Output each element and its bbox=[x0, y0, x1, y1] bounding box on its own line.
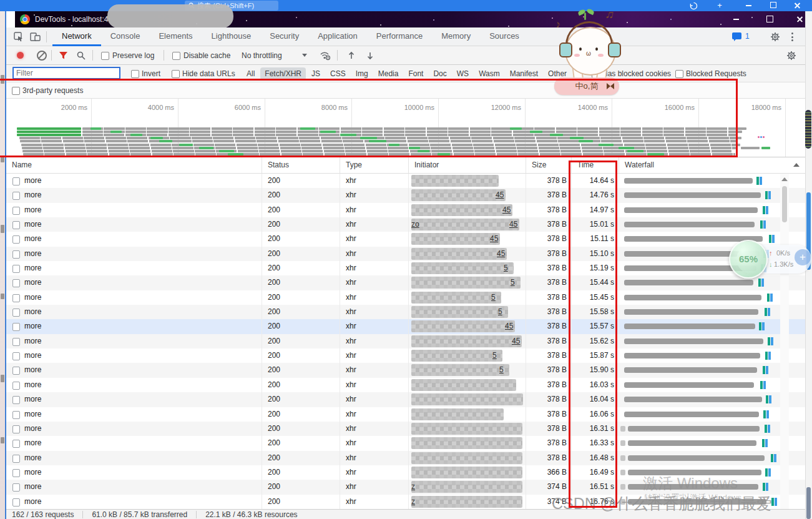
request-initiator-cell[interactable]: 5 bbox=[408, 275, 526, 290]
plus-button[interactable]: + bbox=[795, 249, 811, 265]
waterfall-cell[interactable] bbox=[619, 451, 806, 465]
filter-type-media[interactable]: Media bbox=[374, 67, 403, 80]
initiator-link-fragment[interactable]: 5 bbox=[491, 290, 496, 305]
record-button[interactable] bbox=[17, 52, 24, 59]
filter-type-js[interactable]: JS bbox=[307, 67, 325, 80]
filter-type-css[interactable]: CSS bbox=[326, 67, 350, 80]
waterfall-cell[interactable] bbox=[619, 217, 806, 232]
scroll-up-arrow[interactable] bbox=[781, 177, 788, 181]
request-initiator-cell[interactable] bbox=[408, 436, 526, 450]
table-row[interactable]: more200xhr378 B16.03 s bbox=[6, 378, 806, 392]
request-name-cell[interactable]: more bbox=[6, 451, 262, 465]
chevron-down-icon[interactable] bbox=[302, 54, 307, 57]
waterfall-cell[interactable] bbox=[619, 363, 806, 377]
waterfall-cell[interactable] bbox=[619, 422, 806, 436]
request-name-cell[interactable]: more bbox=[6, 290, 262, 305]
request-initiator-cell[interactable] bbox=[408, 407, 526, 422]
table-row[interactable]: more200xhr45378 B15.10 s bbox=[6, 247, 806, 261]
column-header-type[interactable]: Type bbox=[340, 157, 408, 173]
clear-button[interactable] bbox=[37, 51, 47, 61]
browser-maximize-button[interactable] bbox=[766, 0, 780, 11]
table-row[interactable]: more200xhr378 B16.31 s bbox=[6, 422, 806, 436]
initiator-link-fragment[interactable]: 5 bbox=[511, 275, 515, 290]
inspect-element-icon[interactable] bbox=[14, 32, 24, 42]
request-initiator-cell[interactable]: 45 bbox=[408, 188, 526, 202]
hide-data-urls-checkbox[interactable] bbox=[172, 70, 180, 78]
column-header-time[interactable]: Time bbox=[571, 157, 619, 173]
filter-type-ws[interactable]: WS bbox=[452, 67, 473, 80]
waterfall-cell[interactable] bbox=[619, 407, 806, 422]
table-row[interactable]: more200xhr378 B14.64 s bbox=[6, 174, 806, 188]
request-initiator-cell[interactable] bbox=[408, 465, 526, 480]
scrollbar-minimap-widget[interactable] bbox=[805, 110, 811, 149]
browser-close-button[interactable] bbox=[790, 0, 804, 11]
speed-monitor-widget[interactable]: 65% ↑ 0K/s ↓ 1.3K/s + bbox=[724, 239, 812, 279]
waterfall-cell[interactable] bbox=[619, 378, 806, 392]
preserve-log-checkbox[interactable] bbox=[101, 52, 109, 60]
filter-type-other[interactable]: Other bbox=[544, 67, 571, 80]
waterfall-cell[interactable] bbox=[619, 348, 806, 363]
request-initiator-cell[interactable] bbox=[408, 392, 526, 407]
export-har-icon[interactable] bbox=[366, 51, 374, 61]
filter-input[interactable] bbox=[12, 67, 120, 79]
request-name-cell[interactable]: more bbox=[6, 174, 262, 188]
waterfall-cell[interactable] bbox=[619, 392, 806, 407]
initiator-link-fragment[interactable]: 45 bbox=[509, 217, 517, 232]
request-initiator-cell[interactable]: 5 bbox=[408, 261, 526, 275]
request-initiator-cell[interactable]: 5 bbox=[408, 363, 526, 377]
kebab-menu-icon[interactable] bbox=[791, 32, 794, 41]
column-header-name[interactable]: Name bbox=[6, 157, 262, 173]
waterfall-cell[interactable] bbox=[619, 188, 806, 202]
import-har-icon[interactable] bbox=[347, 51, 356, 61]
request-name-cell[interactable]: more bbox=[6, 203, 262, 217]
waterfall-cell[interactable] bbox=[619, 174, 806, 188]
request-initiator-cell[interactable]: 45 bbox=[408, 319, 526, 334]
request-initiator-cell[interactable] bbox=[408, 378, 526, 392]
waterfall-cell[interactable] bbox=[619, 334, 806, 348]
new-tab-icon[interactable]: + bbox=[713, 0, 726, 11]
table-row[interactable]: more200xhr378 B16.04 s bbox=[6, 392, 806, 407]
blocked-requests-checkbox[interactable] bbox=[675, 70, 683, 78]
network-settings-gear-icon[interactable] bbox=[786, 51, 796, 61]
request-name-cell[interactable]: more bbox=[6, 217, 262, 232]
table-row[interactable]: more200xhr378 B16.06 s bbox=[6, 407, 806, 422]
initiator-link-fragment[interactable]: 5 bbox=[492, 348, 497, 363]
request-name-cell[interactable]: more bbox=[6, 275, 262, 290]
request-initiator-cell[interactable] bbox=[408, 422, 526, 436]
filter-type-font[interactable]: Font bbox=[404, 67, 428, 80]
table-scrollbar-thumb[interactable] bbox=[782, 186, 787, 222]
request-name-cell[interactable]: more bbox=[6, 305, 262, 319]
column-header-size[interactable]: Size bbox=[526, 157, 571, 173]
request-name-cell[interactable]: more bbox=[6, 232, 262, 246]
devtools-titlebar[interactable]: DevTools - localhost:4 bbox=[15, 11, 806, 27]
request-initiator-cell[interactable]: 5 bbox=[408, 305, 526, 319]
table-row[interactable]: more200xhrzo45378 B15.01 s bbox=[6, 217, 806, 232]
speed-percent-circle[interactable]: 65% bbox=[729, 240, 768, 279]
column-header-initiator[interactable]: Initiator bbox=[408, 157, 526, 173]
network-conditions-icon[interactable] bbox=[320, 51, 331, 61]
request-initiator-cell[interactable]: 45 bbox=[408, 247, 526, 261]
table-row[interactable]: more200xhr5378 B15.45 s bbox=[6, 290, 806, 305]
table-row[interactable]: more200xhr45378 B15.57 s bbox=[6, 319, 806, 334]
table-row[interactable]: more200xhr5378 B15.44 s bbox=[6, 275, 806, 290]
device-toolbar-icon[interactable] bbox=[30, 32, 41, 42]
initiator-link-fragment[interactable]: 45 bbox=[497, 247, 505, 261]
request-name-cell[interactable]: more bbox=[6, 363, 262, 377]
initiator-link-fragment[interactable]: 45 bbox=[505, 319, 513, 334]
request-initiator-cell[interactable]: 5 bbox=[408, 348, 526, 363]
request-initiator-cell[interactable]: z bbox=[408, 495, 526, 509]
initiator-link-fragment[interactable]: 5 bbox=[498, 305, 502, 319]
waterfall-cell[interactable] bbox=[619, 203, 806, 217]
issues-badge[interactable]: 1 bbox=[732, 32, 753, 42]
table-row[interactable]: more200xhr5378 B15.87 s bbox=[6, 348, 806, 363]
table-row[interactable]: more200xhr45378 B14.76 s bbox=[6, 188, 806, 202]
request-name-cell[interactable]: more bbox=[6, 407, 262, 422]
tab-application[interactable]: Application bbox=[308, 27, 367, 46]
column-header-waterfall[interactable]: Waterfall bbox=[619, 157, 806, 173]
disable-cache-checkbox[interactable] bbox=[172, 52, 180, 60]
sort-ascending-icon[interactable] bbox=[793, 163, 800, 167]
request-name-cell[interactable]: more bbox=[6, 348, 262, 363]
request-name-cell[interactable]: more bbox=[6, 247, 262, 261]
tab-console[interactable]: Console bbox=[101, 27, 150, 46]
waterfall-cell[interactable] bbox=[619, 436, 806, 450]
